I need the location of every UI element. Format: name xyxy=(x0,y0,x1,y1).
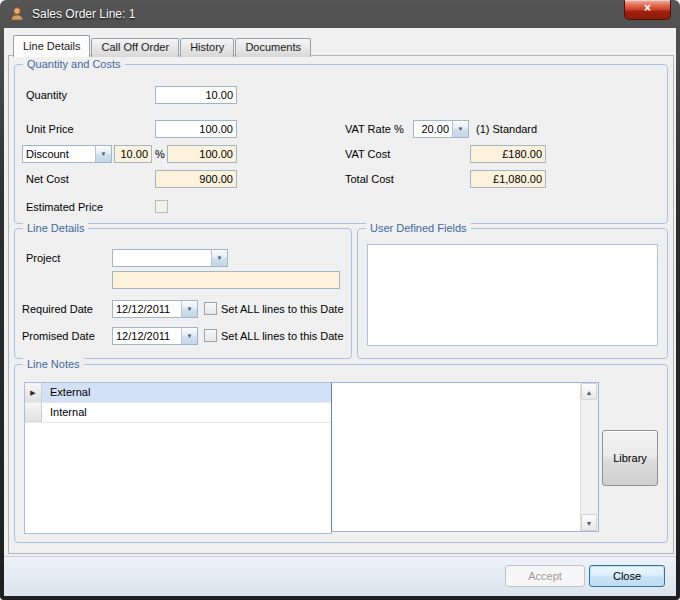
project-label: Project xyxy=(26,249,60,267)
chevron-down-icon[interactable]: ▼ xyxy=(181,301,197,317)
sales-order-line-dialog: Sales Order Line: 1 × Line Details Call … xyxy=(0,0,680,600)
discount-amount-field: 100.00 xyxy=(167,145,237,163)
quantity-costs-legend: Quantity and Costs xyxy=(23,57,125,71)
library-button[interactable]: Library xyxy=(602,430,658,486)
line-notes-textarea[interactable]: ▲ ▼ xyxy=(331,382,599,532)
unit-price-label: Unit Price xyxy=(26,120,74,138)
project-description-field xyxy=(112,271,340,289)
line-notes-text xyxy=(334,385,578,529)
discount-combo[interactable]: Discount ▼ xyxy=(22,145,112,163)
window-title: Sales Order Line: 1 xyxy=(32,7,135,21)
required-date-set-all-checkbox[interactable] xyxy=(204,302,217,315)
notes-scrollbar[interactable]: ▲ ▼ xyxy=(580,383,598,531)
window-close-button[interactable]: × xyxy=(624,0,671,20)
promised-date-picker[interactable]: 12/12/2011 ▼ xyxy=(112,327,198,345)
row-label: Internal xyxy=(42,403,331,422)
tabstrip: Line Details Call Off Order History Docu… xyxy=(13,35,312,57)
vat-rate-label: VAT Rate % xyxy=(345,120,404,138)
scroll-down-icon: ▼ xyxy=(586,520,593,527)
vat-rate-value: 20.00 xyxy=(414,121,452,137)
scroll-up-icon: ▲ xyxy=(586,389,593,396)
promised-date-set-all-label: Set ALL lines to this Date xyxy=(221,327,344,345)
person-icon xyxy=(9,6,25,22)
net-cost-field: 900.00 xyxy=(155,170,237,188)
vat-rate-description: (1) Standard xyxy=(476,120,537,138)
net-cost-label: Net Cost xyxy=(26,170,69,188)
unit-price-input[interactable]: 100.00 xyxy=(155,120,237,138)
line-details-legend: Line Details xyxy=(23,221,88,235)
line-notes-grid: ▶ External Internal xyxy=(24,382,332,534)
vat-rate-combo[interactable]: 20.00 ▼ xyxy=(413,120,469,138)
estimated-price-checkbox[interactable] xyxy=(155,200,168,213)
promised-date-value: 12/12/2011 xyxy=(113,328,181,344)
row-selector-cell: ▶ xyxy=(25,383,42,402)
total-cost-label: Total Cost xyxy=(345,170,394,188)
chevron-down-icon[interactable]: ▼ xyxy=(211,250,227,266)
promised-date-label: Promised Date xyxy=(22,327,95,345)
project-value xyxy=(113,250,211,266)
scroll-down-button[interactable]: ▼ xyxy=(581,514,597,531)
tab-history[interactable]: History xyxy=(180,38,234,57)
required-date-value: 12/12/2011 xyxy=(113,301,181,317)
tab-documents[interactable]: Documents xyxy=(235,38,311,57)
required-date-picker[interactable]: 12/12/2011 ▼ xyxy=(112,300,198,318)
discount-selected-value: Discount xyxy=(23,146,95,162)
row-label: External xyxy=(42,383,331,402)
chevron-down-icon[interactable]: ▼ xyxy=(95,146,111,162)
tab-line-details[interactable]: Line Details xyxy=(13,35,90,57)
close-icon: × xyxy=(644,1,651,15)
required-date-set-all-label: Set ALL lines to this Date xyxy=(221,300,344,318)
estimated-price-label: Estimated Price xyxy=(26,198,103,216)
chevron-down-icon[interactable]: ▼ xyxy=(452,121,468,137)
accept-button[interactable]: Accept xyxy=(505,565,585,587)
required-date-label: Required Date xyxy=(22,300,93,318)
table-row-external[interactable]: ▶ External xyxy=(25,383,331,403)
quantity-costs-group: Quantity and Costs xyxy=(14,64,668,224)
user-defined-fields-area[interactable] xyxy=(367,244,658,346)
chevron-down-icon[interactable]: ▼ xyxy=(181,328,197,344)
titlebar[interactable]: Sales Order Line: 1 × xyxy=(0,0,680,28)
close-button[interactable]: Close xyxy=(589,565,665,587)
vat-cost-label: VAT Cost xyxy=(345,145,390,163)
discount-percent-field: 10.00 xyxy=(114,145,152,163)
vat-cost-field: £180.00 xyxy=(470,145,546,163)
promised-date-set-all-checkbox[interactable] xyxy=(204,329,217,342)
line-notes-legend: Line Notes xyxy=(23,357,84,371)
quantity-label: Quantity xyxy=(26,86,67,104)
total-cost-field: £1,080.00 xyxy=(470,170,546,188)
project-combo[interactable]: ▼ xyxy=(112,249,228,267)
quantity-input[interactable]: 10.00 xyxy=(155,86,237,104)
row-arrow-icon: ▶ xyxy=(30,389,35,396)
user-defined-fields-legend: User Defined Fields xyxy=(366,221,471,235)
table-row-internal[interactable]: Internal xyxy=(25,403,331,423)
dialog-body: Line Details Call Off Order History Docu… xyxy=(4,28,676,596)
scroll-up-button[interactable]: ▲ xyxy=(581,383,597,400)
footer-bar: Accept Close xyxy=(4,556,676,596)
tab-call-off-order[interactable]: Call Off Order xyxy=(91,38,179,57)
row-selector-cell xyxy=(25,403,42,422)
percent-label: % xyxy=(155,145,165,163)
